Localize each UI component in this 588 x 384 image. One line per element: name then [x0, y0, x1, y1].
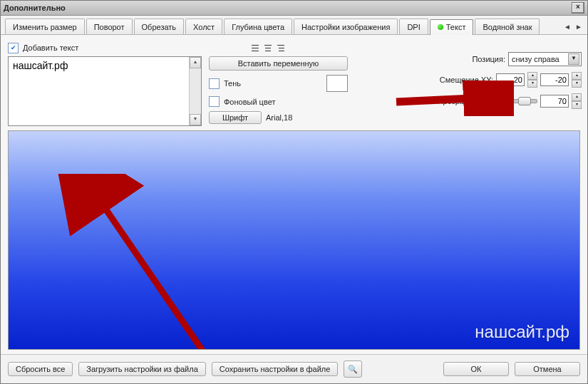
tab-bar: Изменить размер Поворот Обрезать Холст Г…	[1, 16, 587, 35]
save-settings-button[interactable]: Сохранить настройки в файле	[212, 362, 339, 376]
load-settings-button[interactable]: Загрузить настройки из файла	[78, 362, 206, 376]
font-button[interactable]: Шрифт	[209, 111, 262, 124]
tab-color-depth[interactable]: Глубина цвета	[224, 19, 292, 34]
add-text-label: Добавить текст	[23, 43, 78, 52]
magnifier-icon: 🔍	[348, 365, 358, 374]
offset-x-spinner[interactable]: ▴▾	[527, 72, 537, 88]
text-input[interactable]	[9, 57, 189, 125]
cancel-button[interactable]: Отмена	[515, 362, 580, 376]
tab-rotate[interactable]: Поворот	[86, 19, 133, 34]
offset-y-spinner[interactable]: ▴▾	[572, 72, 582, 88]
svg-line-0	[96, 195, 242, 350]
preview-tool-button[interactable]: 🔍	[344, 360, 362, 378]
tab-text[interactable]: Текст	[430, 19, 474, 35]
ok-button[interactable]: ОК	[443, 362, 509, 376]
titlebar: Дополнительно ×	[1, 1, 587, 16]
font-value: Arial,18	[266, 113, 292, 122]
offset-x-input[interactable]	[496, 73, 525, 86]
opacity-spinner[interactable]: ▴▾	[572, 93, 582, 109]
add-text-checkbox[interactable]	[8, 43, 19, 53]
scroll-up-icon[interactable]: ▴	[190, 57, 201, 68]
tab-watermark[interactable]: Водяной знак	[475, 19, 540, 34]
text-color-swatch[interactable]	[326, 75, 348, 92]
position-value: снизу справа	[512, 55, 559, 63]
align-right-icon[interactable]	[275, 42, 287, 53]
tab-scroll-left-icon[interactable]: ◄	[563, 23, 572, 31]
tab-crop[interactable]: Обрезать	[134, 19, 185, 34]
annotation-arrow-1	[57, 174, 271, 350]
shadow-label: Тень	[224, 79, 241, 88]
preview-area: нашсайт.рф	[8, 130, 580, 350]
slider-thumb[interactable]	[518, 97, 531, 105]
scroll-down-icon[interactable]: ▾	[190, 114, 201, 125]
close-icon[interactable]: ×	[572, 2, 584, 14]
window-title: Дополнительно	[4, 4, 66, 12]
position-select[interactable]: снизу справа ▼	[508, 52, 582, 66]
position-label: Позиция:	[472, 55, 505, 63]
opacity-input[interactable]	[540, 95, 569, 108]
tab-resize[interactable]: Изменить размер	[5, 19, 85, 34]
align-center-icon[interactable]	[262, 42, 274, 53]
bottom-bar: Сбросить все Загрузить настройки из файл…	[1, 354, 587, 383]
textarea-scrollbar[interactable]: ▴ ▾	[189, 57, 201, 125]
active-indicator-icon	[438, 24, 443, 30]
tab-image-settings[interactable]: Настройки изображения	[294, 19, 398, 34]
tab-canvas[interactable]: Холст	[185, 19, 222, 34]
shadow-checkbox[interactable]	[209, 78, 220, 89]
offset-label: Смещение XY:	[440, 76, 493, 84]
bgcolor-label: Фоновый цвет	[224, 98, 275, 106]
chevron-down-icon: ▼	[568, 53, 579, 65]
tab-dpi[interactable]: DPI	[399, 19, 428, 34]
reset-button[interactable]: Сбросить все	[8, 362, 73, 376]
opacity-slider[interactable]	[493, 99, 537, 103]
bgcolor-checkbox[interactable]	[209, 96, 220, 107]
tab-scroll-right-icon[interactable]: ►	[574, 23, 583, 31]
align-left-icon[interactable]	[249, 42, 261, 53]
opacity-label: Прозрачность:	[438, 97, 490, 105]
offset-y-input[interactable]	[540, 73, 569, 86]
insert-variable-button[interactable]: Вставить переменную	[209, 56, 348, 71]
preview-watermark: нашсайт.рф	[475, 322, 569, 342]
text-input-wrap: ▴ ▾	[8, 56, 202, 126]
